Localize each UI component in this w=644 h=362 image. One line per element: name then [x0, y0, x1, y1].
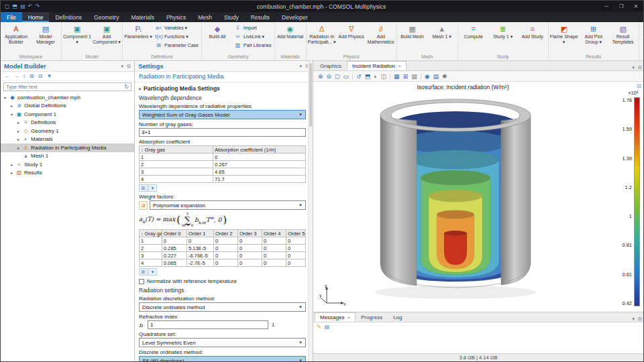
tree-node-component-1[interactable]: ▾▣Component 1	[1, 110, 134, 119]
tree-node-mesh-1[interactable]: ▲Mesh 1	[1, 152, 134, 161]
default-view-icon[interactable]: ↺	[356, 73, 362, 80]
panel-menu-icon[interactable]: ▾	[121, 64, 124, 69]
menu-tab-home[interactable]: Home	[22, 12, 50, 22]
table-cell[interactable]: 0	[286, 259, 306, 267]
tree-node-definitions[interactable]: ▸≡Definitions	[1, 119, 134, 127]
panel-collapse-icon[interactable]: ⊟	[127, 64, 131, 69]
expand-arrow-icon[interactable]: ▸	[16, 129, 21, 133]
expand-arrow-icon[interactable]: ▸	[9, 103, 14, 108]
normalize-checkbox[interactable]: Normalize with reference temperature	[139, 278, 306, 284]
table-cell[interactable]: -2.7E-5	[187, 259, 214, 267]
table-cell[interactable]: 0	[286, 237, 306, 245]
close-tab-icon[interactable]: ×	[347, 314, 350, 320]
zoom-box-icon[interactable]: ▭	[343, 73, 350, 80]
zoom-extents-icon[interactable]: ◻	[335, 73, 339, 80]
expand-arrow-icon[interactable]: ▾	[3, 95, 7, 100]
ordinates-method-select[interactable]: S8 (80 directions)▼	[139, 356, 306, 361]
panel-collapse-icon[interactable]: ⊟	[638, 65, 642, 70]
save-icon[interactable]: ▤	[20, 3, 25, 9]
model-manager-button[interactable]: ▤Model Manager	[31, 23, 60, 46]
table-cell[interactable]: 0	[213, 154, 306, 161]
section-participating-media-settings[interactable]: ▾Participating Media Settings	[139, 85, 306, 92]
select-box-icon[interactable]: ⊞	[403, 73, 409, 80]
tab-graphics[interactable]: Graphics	[315, 61, 347, 70]
table-cell[interactable]: 0.285	[162, 245, 187, 252]
quadrature-set-select[interactable]: Level Symmetric Even▼	[139, 338, 306, 347]
add-physics-button[interactable]: ∇Add Physics	[337, 23, 366, 46]
menu-tab-physics[interactable]: Physics	[160, 12, 192, 22]
table-cell[interactable]: 2	[140, 161, 213, 168]
radiation-interface-button[interactable]: ΔRadiation in Participati... ▾	[307, 23, 337, 46]
scene-light-icon[interactable]: ◐	[374, 73, 377, 80]
panel-menu-icon[interactable]: ▾	[633, 316, 635, 322]
maximize-button[interactable]: ❐	[614, 1, 629, 12]
close-button[interactable]: ✕	[629, 1, 643, 12]
table-cell[interactable]: 0	[214, 237, 238, 245]
refresh-icon[interactable]: ↻	[122, 84, 131, 90]
copy-messages-icon[interactable]: ▤	[325, 324, 330, 330]
tab-incident-radiation[interactable]: Incident Radiation×	[347, 61, 407, 70]
flame-shape-button[interactable]: ◩Flame Shape ▾	[549, 23, 579, 46]
add-mathematics-button[interactable]: ∂Add Mathematics	[366, 23, 396, 46]
tree-node-results[interactable]: ▸▧Results	[1, 169, 134, 178]
windows-button[interactable]: ▢Windows ▾	[640, 23, 643, 46]
table-cell[interactable]: 0.267	[213, 161, 306, 168]
table-cell[interactable]: 3	[140, 168, 213, 176]
mesh-button[interactable]: ▲Mesh 1 ▾	[427, 23, 457, 46]
menu-tab-results[interactable]: Results	[245, 12, 276, 22]
compute-button[interactable]: =Compute	[459, 23, 488, 46]
table-cell[interactable]: 1	[140, 154, 213, 161]
import-button[interactable]: ⇩Import	[232, 23, 274, 32]
study-button[interactable]: ≣Study 1 ▾	[488, 23, 518, 46]
collapse-all-icon[interactable]: ⊟	[38, 73, 43, 79]
livelink-button[interactable]: ∞LiveLink ▾	[232, 32, 274, 41]
zoom-out-icon[interactable]: ⊖	[327, 73, 332, 80]
menu-tab-developer[interactable]: Developer	[276, 12, 314, 22]
build-mesh-button[interactable]: ▦Build Mesh	[398, 23, 427, 46]
parameters-button[interactable]: PᵢParameters ▾	[123, 23, 153, 46]
refractive-index-input[interactable]	[148, 320, 268, 329]
table-cell[interactable]: 0.065	[162, 259, 187, 267]
table-cell[interactable]: 2	[140, 245, 162, 252]
table-cell[interactable]: 0	[238, 252, 262, 259]
menu-tab-mesh[interactable]: Mesh	[192, 12, 218, 22]
table-cell[interactable]: 4	[140, 259, 162, 267]
image-snapshot-icon[interactable]: ◉	[425, 73, 430, 80]
menu-tab-definitions[interactable]: Definitions	[49, 12, 88, 22]
zoom-in-icon[interactable]: ⊕	[318, 73, 323, 80]
tree-node-global-definitions[interactable]: ▸⊕Global Definitions	[1, 102, 134, 111]
variables-button[interactable]: a=Variables ▾	[153, 23, 201, 32]
menu-tab-geometry[interactable]: Geometry	[88, 12, 125, 22]
wavelength-dependence-select[interactable]: Weighted Sum of Gray Gases Model▼	[139, 110, 306, 119]
table-cell[interactable]: 0	[162, 237, 187, 245]
expand-arrow-icon[interactable]: ▸	[9, 170, 14, 175]
tree-node-materials[interactable]: ▸◐Materials	[1, 135, 134, 144]
move-node-icon[interactable]: ↕	[23, 73, 25, 79]
table-cell[interactable]: 0	[238, 259, 262, 267]
table-menu-icon[interactable]: ▾	[148, 268, 157, 276]
expand-arrow-icon[interactable]: ▸	[16, 120, 21, 125]
parameter-case-button[interactable]: ⊞Parameter Case	[153, 41, 201, 50]
table-cell[interactable]: 0	[262, 237, 286, 245]
minimize-button[interactable]: ─	[599, 1, 614, 12]
result-templates-button[interactable]: ▧Result Templates	[608, 23, 638, 46]
expand-arrow-icon[interactable]: ▸	[16, 137, 21, 141]
table-cell[interactable]: 0	[286, 252, 306, 259]
table-cell[interactable]: 0	[214, 252, 238, 259]
table-cell[interactable]: 0	[262, 259, 286, 267]
panel-menu-icon[interactable]: ▾	[300, 64, 303, 69]
tree-node-radiation-in-participating-media[interactable]: ▸ΔRadiation in Participating Media	[1, 143, 134, 152]
table-cell[interactable]: -6.76E-5	[187, 252, 214, 259]
transparency-icon[interactable]: ◫	[381, 73, 387, 80]
hide-object-icon[interactable]: ▧	[411, 73, 417, 80]
tree-node-study-1[interactable]: ▸≈Study 1	[1, 160, 134, 169]
table-cell[interactable]: 0	[214, 259, 238, 267]
print-icon[interactable]: ▤	[433, 73, 439, 80]
tree-filter-input[interactable]	[4, 84, 122, 90]
table-cell[interactable]: 71.7	[213, 176, 306, 183]
menu-tab-study[interactable]: Study	[218, 12, 245, 22]
show-options-icon[interactable]: ▼	[46, 73, 52, 79]
expand-all-icon[interactable]: ⊞	[30, 73, 34, 79]
plot-settings-icon[interactable]: ✱	[442, 73, 447, 80]
tab-log[interactable]: Log	[388, 312, 407, 322]
